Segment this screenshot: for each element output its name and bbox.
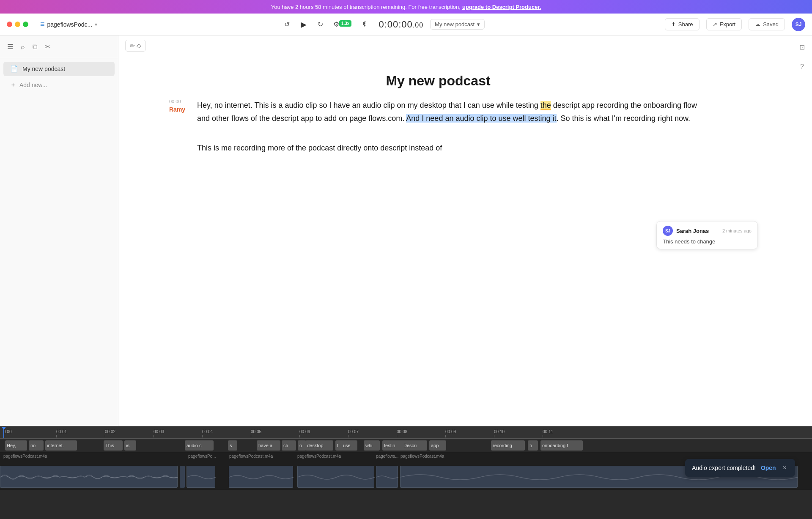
waveform-segment-2 bbox=[187, 466, 215, 488]
traffic-light-green[interactable] bbox=[23, 22, 28, 27]
highlight-the: the bbox=[540, 101, 551, 110]
redo-button[interactable]: ↻ bbox=[314, 18, 326, 31]
ruler-tick-11: 00:11 bbox=[543, 429, 553, 437]
sidebar-scissors-button[interactable]: ✂ bbox=[43, 41, 52, 53]
word-chip-internet[interactable]: internet. bbox=[45, 440, 77, 451]
ruler-tick-7: 00:07 bbox=[348, 429, 359, 437]
export-icon: ↗ bbox=[713, 21, 717, 27]
word-chip-use[interactable]: use bbox=[341, 440, 357, 451]
share-button[interactable]: ⬆ Share bbox=[665, 18, 700, 30]
toolbar-center: ↺ ▶ ↻ ⚙ 1.3x 🎙 0:00:00.00 My new podcast… bbox=[106, 17, 660, 32]
word-chip-is[interactable]: is bbox=[124, 440, 136, 451]
speaker-label: Ramy bbox=[169, 105, 185, 113]
time-display: 0:00:00.00 bbox=[379, 19, 423, 30]
ruler-tick-0: 0:00 bbox=[3, 429, 11, 437]
audio-track-label-1: pageflowsPodcast.m4a bbox=[3, 454, 47, 459]
ruler-tick-2: 00:02 bbox=[105, 429, 115, 437]
mic-button[interactable]: 🎙 bbox=[358, 18, 372, 31]
export-button[interactable]: ↗ Export bbox=[706, 18, 742, 30]
comment-author: Sarah Jonas bbox=[676, 228, 709, 234]
ruler-tick-5: 00:05 bbox=[251, 429, 261, 437]
word-chip-this[interactable]: This bbox=[104, 440, 123, 451]
word-chip-descri[interactable]: Descri bbox=[402, 440, 427, 451]
time-value: 0:00:00 bbox=[379, 19, 412, 30]
timeline-ruler: 0:00 00:01 00:02 00:03 00:04 00:05 00:06… bbox=[0, 427, 812, 439]
word-chip-have[interactable]: have a bbox=[257, 440, 280, 451]
edit-mode-button[interactable]: ✏ ◇ bbox=[125, 40, 146, 52]
waveform-segment-1 bbox=[0, 466, 178, 488]
word-chip-recording[interactable]: recording bbox=[491, 440, 525, 451]
doc-title: pageflowsPodc... bbox=[47, 21, 93, 28]
sidebar-item-label: My new podcast bbox=[22, 66, 65, 72]
ruler-tick-4: 00:04 bbox=[202, 429, 213, 437]
traffic-light-red[interactable] bbox=[7, 22, 12, 27]
right-panel-help-button[interactable]: ? bbox=[798, 60, 807, 73]
word-chip-whi[interactable]: whi bbox=[364, 440, 380, 451]
comment-time: 2 minutes ago bbox=[722, 228, 752, 233]
add-new-label: Add new... bbox=[19, 82, 47, 88]
word-chip-ti[interactable]: ti bbox=[528, 440, 538, 451]
word-chip-desktop[interactable]: desktop bbox=[305, 440, 333, 451]
toast-text: Audio export completed! bbox=[692, 464, 756, 471]
sidebar-item-icon: 📄 bbox=[10, 65, 18, 73]
toast-close-button[interactable]: × bbox=[781, 464, 788, 472]
pencil-icon: ✏ bbox=[130, 42, 135, 49]
sidebar-hamburger-button[interactable]: ☰ bbox=[5, 41, 15, 53]
play-button[interactable]: ▶ bbox=[296, 17, 311, 32]
audio-track-label-6: pageflowsPodcast.m4a bbox=[401, 454, 444, 459]
transcript-text[interactable]: Hey, no internet. This is a audio clip s… bbox=[197, 99, 707, 125]
transcript-text-2[interactable]: This is me recording more of the podcast… bbox=[197, 142, 707, 155]
comment-bubble: SJ Sarah Jonas 2 minutes ago This needs … bbox=[656, 221, 758, 249]
sidebar-toolbar: ☰ ⌕ ⧉ ✂ bbox=[0, 41, 118, 58]
doc-title-selector[interactable]: ≡ pageflowsPodc... ▾ bbox=[37, 18, 101, 30]
share-label: Share bbox=[678, 21, 693, 27]
ruler-tick-1: 00:01 bbox=[56, 429, 67, 437]
waveform-segment-4 bbox=[297, 466, 374, 488]
words-track-row: Hey, no internet. This is audio c s have… bbox=[0, 439, 812, 452]
comment-avatar: SJ bbox=[663, 226, 673, 236]
waveform-segment-gap bbox=[180, 466, 185, 488]
top-banner: You have 2 hours 58 minutes of transcrip… bbox=[0, 0, 812, 14]
toast-open-button[interactable]: Open bbox=[761, 464, 776, 471]
undo-button[interactable]: ↺ bbox=[281, 18, 293, 31]
transcript-block-1: 00:00 Ramy Hey, no internet. This is a a… bbox=[169, 99, 707, 125]
ruler-tick-10: 00:10 bbox=[494, 429, 505, 437]
effects-icon: ⚙ bbox=[333, 20, 339, 28]
highlight-audio-clip: And I need an audio clip to use well tes… bbox=[406, 114, 556, 123]
word-chip-onboarding[interactable]: onboarding f bbox=[540, 440, 583, 451]
audio-track-label-2: pageflowsPo... bbox=[188, 454, 216, 459]
traffic-light-yellow[interactable] bbox=[15, 22, 20, 27]
add-new-button[interactable]: ＋ Add new... bbox=[3, 78, 115, 92]
avatar[interactable]: SJ bbox=[792, 18, 805, 31]
sidebar-search-button[interactable]: ⌕ bbox=[19, 41, 27, 53]
word-chip-no[interactable]: no bbox=[29, 440, 44, 451]
composition-selector[interactable]: My new podcast ▾ bbox=[430, 19, 485, 30]
effects-button[interactable]: ⚙ 1.3x bbox=[330, 18, 355, 31]
word-chip-cli[interactable]: cli bbox=[282, 440, 296, 451]
waveform-segment-5 bbox=[376, 466, 398, 488]
ruler-tick-6: 00:06 bbox=[299, 429, 310, 437]
time-decimal: .00 bbox=[413, 22, 423, 29]
title-bar: ≡ pageflowsPodc... ▾ ↺ ▶ ↻ ⚙ 1.3x 🎙 0:00… bbox=[0, 14, 812, 36]
word-chip-app[interactable]: app bbox=[429, 440, 446, 451]
word-chip-s[interactable]: s bbox=[228, 440, 237, 451]
avatar-initials: SJ bbox=[796, 22, 802, 27]
word-chip-hey[interactable]: Hey, bbox=[5, 440, 27, 451]
word-chip-audio[interactable]: audio c bbox=[185, 440, 214, 451]
share-icon: ⬆ bbox=[671, 21, 676, 27]
toast-notification: Audio export completed! Open × bbox=[685, 459, 795, 477]
audio-track-label-4: pageflowsPodcast.m4a bbox=[297, 454, 341, 459]
banner-text: You have 2 hours 58 minutes of transcrip… bbox=[271, 4, 461, 10]
editor-toolbar: ✏ ◇ bbox=[118, 36, 792, 56]
ruler-tick-3: 00:03 bbox=[154, 429, 164, 437]
sidebar-copy-button[interactable]: ⧉ bbox=[30, 41, 39, 53]
doc-chevron-icon: ▾ bbox=[95, 22, 97, 27]
speed-badge: 1.3x bbox=[339, 20, 351, 27]
word-chip-o[interactable]: o bbox=[298, 440, 306, 451]
saved-button[interactable]: ☁ Saved bbox=[749, 18, 785, 30]
sidebar-item-podcast[interactable]: 📄 My new podcast bbox=[3, 62, 115, 76]
right-panel-layout-button[interactable]: ⊡ bbox=[797, 41, 807, 54]
edit-mode-chevron-icon: ◇ bbox=[137, 42, 141, 49]
composition-label: My new podcast bbox=[435, 21, 475, 27]
banner-upgrade-link[interactable]: upgrade to Descript Producer. bbox=[462, 4, 541, 10]
